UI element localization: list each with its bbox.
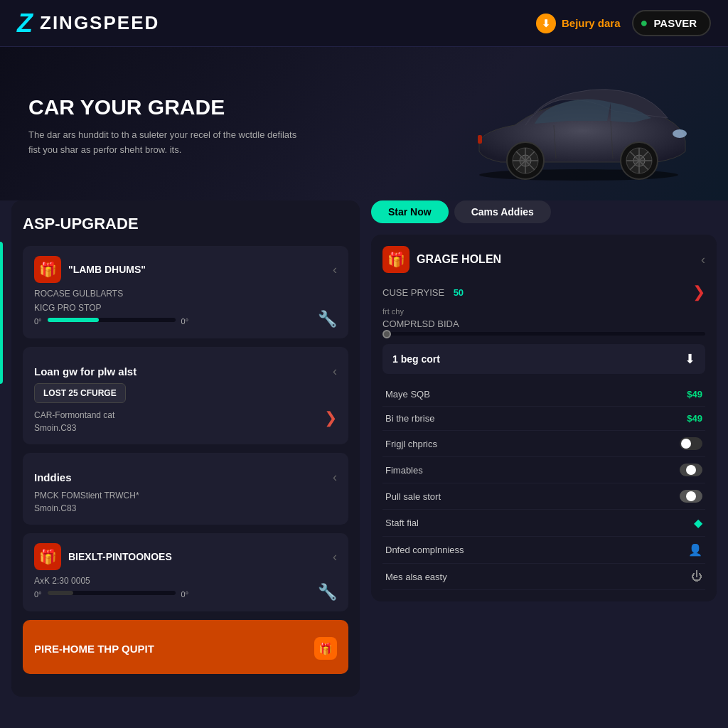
hero-description: The dar ars hunddit to th a suleter your… [28, 128, 299, 158]
progress-bar [48, 318, 176, 322]
biexlt-value: AxK 2:30 0005 [34, 576, 337, 586]
list-value-1: $49 [687, 413, 702, 424]
right-panel: Star Now Cams Addies 🎁 GRAGE HOLEN ‹ CUS… [360, 200, 717, 697]
tab-cams-addies[interactable]: Cams Addies [454, 200, 551, 223]
sidebar-accent [0, 242, 3, 384]
cuse-pryise-value: 50 [454, 287, 464, 298]
arrow-right-red-icon[interactable]: ❯ [324, 409, 337, 427]
download-icon: ⬇ [536, 14, 556, 33]
person-icon: 👤 [688, 543, 702, 557]
list-items: Maye SQB $49 Bi the rbrise $49 Frigjl ch… [382, 382, 705, 590]
arrow-right-red2-icon[interactable]: ❯ [692, 283, 705, 301]
inddes-label: Inddies [34, 471, 72, 483]
car-image [458, 70, 700, 183]
grage-icon: 🎁 [382, 246, 410, 273]
grage-title-text: GRAGE HOLEN [417, 253, 501, 266]
right-card: 🎁 GRAGE HOLEN ‹ CUSE PRYISE 50 ❯ frt chy… [371, 235, 717, 601]
left-panel-title: ASP-UPGRADE [23, 215, 348, 233]
item-subtitle-rocase: ROCASE GULBLARTS [34, 289, 337, 299]
inddes-chevron-icon[interactable]: ‹ [333, 470, 337, 485]
biexlt-left: 🎁 BIEXLT-PINTOONOES [34, 543, 172, 570]
list-item-2: Frigjl chprics [382, 431, 705, 457]
pire-icon: 🎁 [314, 637, 337, 660]
lost-button[interactable]: LOST 25 CFURGE [34, 383, 126, 403]
biexlt-wrench-icon[interactable]: 🔧 [318, 583, 337, 601]
chevron-left-icon[interactable]: ‹ [333, 262, 337, 277]
biexlt-title: BIEXLT-PINTOONOES [68, 551, 172, 562]
hero-title: CAR YOUR GRADE [28, 95, 299, 119]
comprlsd-toggle-bar [382, 332, 705, 336]
spotify-icon: ● [641, 16, 648, 31]
list-label-4: Pull sale stort [385, 491, 441, 502]
list-label-7: Mes alsa easty [385, 572, 447, 582]
car-form-line2: Smoin.C83 [34, 423, 76, 433]
list-value-0: $49 [687, 389, 702, 400]
list-label-2: Frigjl chprics [385, 439, 437, 449]
header-right: ⬇ Bejury dara ● PASVER [536, 10, 711, 36]
cuse-pryise-row: CUSE PRYISE 50 ❯ [382, 283, 705, 301]
pire-label: PIRE-HOME THP QUPIT [34, 643, 154, 655]
biexlt-chevron-icon[interactable]: ‹ [333, 550, 337, 564]
car-form-text: CAR-Formontand cat Smoin.C83 [34, 409, 114, 434]
wrench-icon[interactable]: 🔧 [318, 310, 337, 328]
biexlt-progress-start: 0° [34, 590, 42, 599]
biexlt-icon: 🎁 [34, 543, 61, 570]
upgrade-item-lamb: 🎁 "LAMB DHUMS" ‹ ROCASE GULBLARTS KICG P… [23, 246, 348, 338]
frt-chy-label: frt chy [382, 307, 705, 316]
biexlt-section: 🎁 BIEXLT-PINTOONOES ‹ AxK 2:30 0005 0° 0… [23, 533, 348, 611]
grage-chevron-icon[interactable]: ‹ [701, 252, 705, 267]
inddes-line1: PMCK FOMStient TRWCH* [34, 491, 139, 500]
sort-label: 1 beg cort [392, 353, 440, 365]
tabs-row: Star Now Cams Addies [371, 200, 717, 223]
logo-area: Z ZINGSPEED [17, 11, 159, 36]
inddes-car-form: PMCK FOMStient TRWCH* Smoin.C83 [34, 489, 337, 515]
list-label-1: Bi the rbrise [385, 413, 434, 424]
header: Z ZINGSPEED ⬇ Bejury dara ● PASVER [0, 0, 728, 47]
list-item-1: Bi the rbrise $49 [382, 407, 705, 431]
item-subtitle-kicg: KICG PRO STOP [34, 303, 337, 313]
biexlt-progress-end: 0° [181, 590, 189, 599]
list-item-3: Fimables [382, 457, 705, 483]
logo-z-icon: Z [17, 11, 33, 36]
comprlsd-toggle-dot [382, 330, 391, 338]
toggle-fimables[interactable] [680, 464, 702, 476]
diamond-icon: ◆ [694, 516, 702, 530]
toggle-fimables-knob [686, 465, 696, 475]
pire-section: PIRE-HOME THP QUPIT 🎁 [23, 620, 348, 674]
loan-label: Loan gw for plw alst [34, 365, 136, 378]
hero-section: CAR YOUR GRADE The dar ars hunddit to th… [0, 47, 728, 200]
list-label-6: Dnfed complnniess [385, 545, 464, 555]
svg-point-15 [673, 129, 687, 138]
hero-car [458, 70, 700, 183]
progress-start-label: 0° [34, 317, 42, 326]
toggle-pull[interactable] [680, 490, 702, 503]
progress-fill [48, 318, 99, 322]
logo-text: ZINGSPEED [40, 12, 159, 34]
item-title-lamb: "LAMB DHUMS" [68, 264, 146, 275]
list-item-7: Mes alsa easty ⏻ [382, 564, 705, 590]
left-panel: ASP-UPGRADE 🎁 "LAMB DHUMS" ‹ ROCASE GULB… [11, 200, 360, 697]
item-icon-gift: 🎁 [34, 256, 61, 283]
upgrade-item-left: 🎁 "LAMB DHUMS" [34, 256, 146, 283]
pasver-button[interactable]: ● PASVER [632, 10, 711, 36]
comprlsd-label: COMPRLSD BIDA [382, 318, 705, 329]
progress-end-label: 0° [181, 317, 189, 326]
biexlt-header: 🎁 BIEXLT-PINTOONOES ‹ [34, 543, 337, 570]
right-card-header: 🎁 GRAGE HOLEN ‹ [382, 246, 705, 273]
sort-row[interactable]: 1 beg cort ⬇ [382, 344, 705, 374]
biexlt-progress-bar [48, 591, 176, 595]
inddes-header-row: Inddies ‹ [34, 463, 337, 489]
list-label-3: Fimables [385, 465, 423, 476]
toggle-frigjl-knob [681, 439, 691, 449]
toggle-frigjl[interactable] [680, 437, 702, 450]
bejury-button[interactable]: ⬇ Bejury dara [536, 14, 621, 33]
svg-rect-16 [478, 135, 482, 144]
car-form-line1: CAR-Formontand cat [34, 410, 114, 420]
inddes-line2: Smoin.C83 [34, 503, 76, 513]
bejury-label: Bejury dara [562, 17, 621, 29]
loan-chevron-icon[interactable]: ‹ [333, 364, 337, 379]
list-item-0: Maye SQB $49 [382, 382, 705, 407]
inddes-section: Inddies ‹ PMCK FOMStient TRWCH* Smoin.C8… [23, 453, 348, 525]
tab-star-now[interactable]: Star Now [371, 200, 449, 223]
upgrade-item-header: 🎁 "LAMB DHUMS" ‹ [34, 256, 337, 283]
